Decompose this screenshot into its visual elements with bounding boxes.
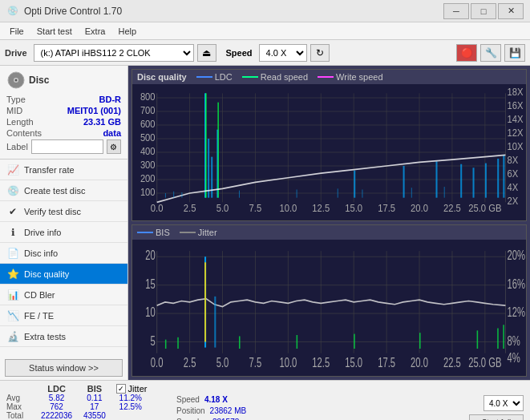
nav-create-test-disc[interactable]: 💿 Create test disc [0, 180, 127, 201]
legend-read-line [242, 76, 258, 78]
svg-rect-64 [205, 93, 207, 197]
svg-rect-71 [338, 188, 338, 197]
svg-text:15.0: 15.0 [345, 356, 362, 370]
svg-rect-121 [477, 330, 479, 349]
position-info-row: Position 23862 MB [176, 406, 246, 415]
avg-jitter-val: 11.2% [111, 394, 167, 402]
svg-text:7.5: 7.5 [249, 202, 262, 214]
svg-rect-73 [411, 188, 412, 197]
refresh-button[interactable]: ↻ [310, 44, 330, 62]
speed-label: Speed [226, 48, 253, 58]
menu-file[interactable]: File [3, 25, 30, 38]
max-row-label: Max [6, 402, 35, 411]
disc-label-input[interactable] [31, 139, 103, 154]
nav-disc-info-label: Disc info [24, 248, 58, 258]
nav-transfer-rate-label: Transfer rate [24, 165, 75, 175]
jitter-checkbox[interactable]: ✓ [116, 384, 126, 394]
toolbar-btn-1[interactable]: 🔴 [456, 44, 477, 62]
disc-length-row: Length 23.31 GB [6, 117, 121, 127]
close-button[interactable]: ✕ [498, 3, 524, 19]
svg-text:500: 500 [140, 132, 156, 144]
jitter-checkbox-cell: ✓ Jitter [111, 384, 167, 394]
menu-help[interactable]: Help [111, 25, 143, 38]
svg-rect-74 [444, 187, 445, 198]
svg-rect-114 [204, 262, 206, 341]
disc-length-value: 23.31 GB [83, 117, 121, 127]
nav-disc-quality[interactable]: ⭐ Disc quality [0, 264, 127, 285]
disc-label-button[interactable]: ⚙ [107, 139, 121, 154]
nav-container: 📈 Transfer rate 💿 Create test disc ✔ Ver… [0, 160, 127, 347]
svg-rect-117 [239, 336, 241, 349]
svg-rect-53 [208, 139, 209, 198]
cd-bler-icon: 📊 [6, 289, 19, 301]
legend-bis-label: BIS [156, 228, 170, 237]
toolbar-btn-3[interactable]: 💾 [504, 44, 525, 62]
position-value: 23862 MB [210, 406, 247, 415]
disc-mid-label: MID [6, 106, 22, 115]
svg-text:2.5: 2.5 [184, 202, 196, 214]
stats-header-row: LDC BIS ✓ Jitter [6, 384, 167, 394]
legend-read-speed: Read speed [242, 72, 308, 82]
svg-text:200: 200 [140, 173, 156, 185]
start-full-button[interactable]: Start full [469, 414, 524, 420]
status-window-button[interactable]: Status window >> [5, 359, 123, 377]
nav-verify-test-disc-label: Verify test disc [24, 207, 81, 216]
svg-rect-58 [435, 161, 437, 197]
svg-rect-115 [165, 340, 167, 349]
svg-rect-69 [239, 191, 240, 198]
content-area: Disc quality LDC Read speed Write speed [128, 66, 530, 380]
nav-drive-info[interactable]: ℹ Drive info [0, 222, 127, 243]
svg-rect-119 [354, 334, 355, 349]
maximize-button[interactable]: □ [471, 3, 496, 19]
svg-text:2.5: 2.5 [184, 356, 196, 370]
svg-text:0.0: 0.0 [151, 202, 164, 214]
svg-text:16%: 16% [507, 277, 525, 291]
eject-button[interactable]: ⏏ [197, 44, 216, 62]
svg-text:25.0 GB: 25.0 GB [468, 356, 501, 370]
legend-write-speed: Write speed [318, 72, 383, 82]
disc-header: Disc [6, 71, 121, 90]
nav-transfer-rate[interactable]: 📈 Transfer rate [0, 160, 127, 180]
chart2-svg: 20 15 10 5 20% 16% 12% 8% 4% 0.0 2.5 5.0… [132, 240, 526, 376]
action-buttons-area: 4.0 X Start full Start part [469, 395, 524, 420]
disc-title: Disc [29, 75, 49, 86]
total-bis-val: 43550 [78, 411, 111, 420]
nav-verify-test-disc[interactable]: ✔ Verify test disc [0, 201, 127, 222]
toolbar-btn-2[interactable]: 🔧 [480, 44, 501, 62]
max-ldc-val: 762 [35, 402, 78, 411]
legend-ldc-label: LDC [215, 72, 233, 82]
menu-extra[interactable]: Extra [79, 25, 112, 38]
drive-label: Drive [5, 48, 27, 58]
svg-text:17.5: 17.5 [378, 356, 395, 370]
chart1-svg: 800 700 600 500 400 300 200 100 18X 16X … [132, 84, 526, 220]
svg-text:10.0: 10.0 [279, 356, 297, 370]
speed-select[interactable]: 4.0 X [259, 44, 307, 62]
ldc-col-header: LDC [35, 384, 78, 394]
max-bis-val: 17 [78, 402, 111, 411]
legend-read-label: Read speed [261, 72, 308, 82]
svg-text:700: 700 [140, 105, 156, 117]
svg-rect-122 [497, 329, 499, 349]
chart1-header: Disc quality LDC Read speed Write speed [132, 70, 526, 84]
svg-rect-67 [173, 192, 174, 198]
drive-select[interactable]: (k:) ATAPI iHBS112 2 CLOK [34, 44, 194, 62]
chart1-container: Disc quality LDC Read speed Write speed [131, 69, 527, 221]
total-ldc-val: 2222036 [35, 411, 78, 420]
nav-cd-bler[interactable]: 📊 CD Bler [0, 285, 127, 305]
svg-text:4%: 4% [507, 351, 520, 365]
speed-select-stats[interactable]: 4.0 X [483, 395, 524, 411]
minimize-button[interactable]: ─ [443, 3, 469, 19]
svg-rect-113 [214, 297, 216, 348]
svg-text:22.5: 22.5 [443, 356, 461, 370]
svg-text:22.5: 22.5 [443, 202, 461, 214]
avg-ldc-val: 5.82 [35, 394, 78, 402]
menubar: File Start test Extra Help [0, 22, 530, 40]
menu-start-test[interactable]: Start test [30, 25, 79, 38]
nav-extra-tests[interactable]: 🔬 Extra tests [0, 326, 127, 347]
legend-jitter: Jitter [180, 228, 217, 237]
nav-disc-info[interactable]: 📄 Disc info [0, 243, 127, 264]
toolbar: Drive (k:) ATAPI iHBS112 2 CLOK ⏏ Speed … [0, 40, 530, 66]
svg-rect-123 [503, 325, 504, 349]
svg-text:5: 5 [150, 334, 155, 348]
nav-fe-te[interactable]: 📉 FE / TE [0, 305, 127, 326]
